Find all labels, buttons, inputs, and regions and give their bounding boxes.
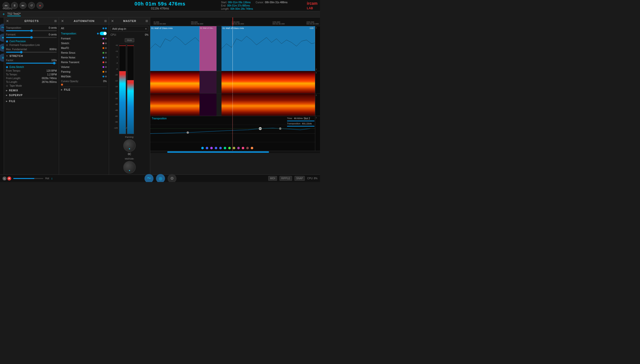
time-sub: 0119s 476ms <box>134 7 185 10</box>
effects-file-section[interactable]: ▶ FILE <box>6 98 57 104</box>
add-tab-button[interactable]: + <box>3 12 5 16</box>
transposition-value: 0 cents <box>49 26 57 29</box>
transposition-scale: 0 <box>315 116 320 151</box>
ruler-sub-50: I50,000 <box>191 21 198 23</box>
formant-slider[interactable] <box>6 37 57 38</box>
bottom-right: MIDI RIPPLE SNAP CPU: 8% <box>268 176 318 181</box>
transposition-label: Transposition: <box>6 26 22 29</box>
clip-3[interactable]: 01 Wall of Glass.m4a 0dB <box>222 26 315 71</box>
time-info-section: Start: 00h 01m 09s 136ms Cursor: 00h 00m… <box>221 1 288 11</box>
all-dot-2 <box>105 28 107 29</box>
spectrogram-clip-3 <box>222 71 315 93</box>
to-length-label: To Length: <box>6 81 18 84</box>
remix-transient-dots <box>103 62 107 63</box>
transposition-toggle-knob <box>104 32 107 35</box>
spectrum-view-button[interactable]: ◎ <box>156 174 165 182</box>
curves-opacity-dot[interactable] <box>61 84 63 86</box>
max-fundamental-slider[interactable] <box>6 52 57 53</box>
waveform-row: 01 Wall of Glass.m4a 01 Wall of Gla... 0… <box>150 26 320 71</box>
horizontal-scrollbar[interactable] <box>150 151 320 153</box>
snap-button[interactable]: SNAP <box>295 176 305 181</box>
midside-knob-label: Mid/Side: <box>125 158 134 160</box>
automation-row-transposition[interactable]: Transposition: <box>61 31 107 36</box>
stretch-section-header[interactable]: ▼ STRETCH <box>6 55 57 58</box>
mute-button[interactable]: Mute <box>125 38 134 42</box>
factor-slider[interactable] <box>6 63 57 64</box>
supervp-section-header[interactable]: ▶ SUPERVP <box>6 94 57 96</box>
automation-remix-noise-label: Remix Noise: <box>61 56 76 59</box>
bottom-bar: L R Hot ↕ 〜 ◎ ⚙ MIDI RIPPLE SNAP CPU: 8% <box>0 174 320 182</box>
spectrogram-bot-scale: 0 <box>315 94 320 116</box>
vu-meter-left <box>119 44 126 134</box>
tab-title[interactable]: TS2 Test2* <box>7 12 21 16</box>
effects-close-button[interactable]: ✕ <box>6 19 9 23</box>
record-button[interactable]: ● <box>37 2 44 9</box>
panning-knob[interactable] <box>123 139 136 152</box>
transposition-slider[interactable] <box>6 30 57 31</box>
timeline-dot-4 <box>215 147 217 149</box>
scrollbar-thumb[interactable] <box>167 151 269 153</box>
vu-scale-48n: -48 <box>112 109 118 111</box>
bottom-left: L R Hot ↕ <box>3 176 53 180</box>
master-close-button[interactable]: ✕ <box>111 19 114 23</box>
automation-close-button[interactable]: ✕ <box>61 19 64 23</box>
formant-dot-1 <box>103 38 104 40</box>
factor-param: Factor: 100x <box>6 59 57 62</box>
clip-1-waveform <box>150 26 199 71</box>
lr-badges: L R <box>3 176 11 180</box>
formant-transposition-checkbox[interactable] <box>6 44 8 46</box>
automation-row-remix-noise: Remix Noise: <box>61 56 107 60</box>
to-length-param: To Length: 2874s 950ms <box>6 81 57 84</box>
stretch-dots <box>103 42 107 44</box>
panning-knob-section: Panning: 0C <box>110 136 148 156</box>
timeline-dot-7 <box>228 147 231 149</box>
tape-mode-checkbox[interactable] <box>6 85 8 87</box>
add-plugin-button[interactable]: Add plug-in + <box>110 26 148 32</box>
midside-dot-2 <box>105 76 107 78</box>
automation-panel-content: All: Transposition: <box>59 24 109 174</box>
vu-scale-16n: -16 <box>112 86 118 88</box>
automation-remix-transient-label: Remix Transient: <box>61 61 80 64</box>
remix-section-header[interactable]: ▶ REMIX <box>6 89 57 92</box>
panning-knob-dot <box>129 148 130 149</box>
tape-mode-row: Tape Mode <box>6 84 57 87</box>
cpu-label: CPU: <box>110 34 116 36</box>
clip-1[interactable]: 01 Wall of Glass.m4a <box>150 26 199 71</box>
ripple-button[interactable]: RIPPLE <box>280 176 292 181</box>
level-slider[interactable] <box>13 178 43 179</box>
spectrogram-fill-1 <box>150 71 199 93</box>
cpu-label: CPU: <box>307 177 313 180</box>
routing-view-button[interactable]: ⚙ <box>167 174 176 182</box>
vu-scale-32n: -32 <box>112 97 118 100</box>
formant-transposition-row: Formant-Transposition Link <box>6 44 57 46</box>
cpu-row: CPU: 0% <box>110 34 148 36</box>
spectrogram-scale: 0 <box>315 71 320 93</box>
remix-noise-dots <box>103 57 107 58</box>
loop-button[interactable]: ↺ <box>28 2 35 9</box>
forward-button[interactable]: ⏭ <box>20 2 27 9</box>
automation-row-remix-sinus: Remix Sinus: <box>61 51 107 55</box>
automation-row-remix-transient: Remix Transient: <box>61 60 107 64</box>
curves-opacity-row: Curves Opacity: 0% <box>61 80 107 83</box>
cent-precision-checkbox[interactable] <box>6 40 8 42</box>
factor-label: Factor: <box>6 59 14 62</box>
time-display: 00h 01m 59s 476ms 0119s 476ms <box>134 1 185 10</box>
stretch-dot-2 <box>105 42 107 44</box>
clip-2[interactable]: 01 Wall of Gla... <box>199 26 217 71</box>
vu-meter-right <box>127 44 134 134</box>
midi-button[interactable]: MIDI <box>268 176 277 181</box>
extra-stretch-checkbox[interactable] <box>6 66 8 68</box>
waveform-view-button[interactable]: 〜 <box>144 174 153 182</box>
midside-knob[interactable] <box>123 161 136 174</box>
panning-dot-2 <box>105 71 107 73</box>
midside-dot-1 <box>103 76 104 78</box>
bottom-center: 〜 ◎ ⚙ <box>144 174 176 182</box>
remix-sinus-dots <box>103 52 107 54</box>
effects-file-label: FILE <box>9 100 16 102</box>
remix-arrow-icon: ▶ <box>6 90 8 92</box>
ircam-logo: ircamLAB <box>307 1 318 10</box>
automation-formant-label: Formant: <box>61 37 71 40</box>
automation-file-section[interactable]: ▶ FILE <box>61 87 107 92</box>
transposition-toggle[interactable] <box>100 32 107 35</box>
tracks-scroll-area[interactable]: 01 Wall of Glass.m4a 01 Wall of Gla... 0… <box>150 26 320 174</box>
